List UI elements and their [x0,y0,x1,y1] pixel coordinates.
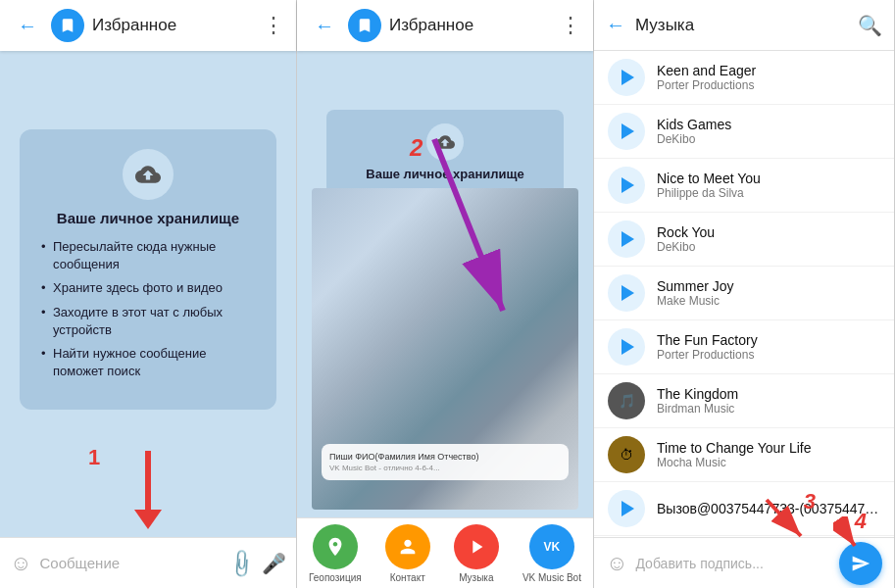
mic-button-1[interactable]: 🎤 [262,552,286,575]
music-item[interactable]: ⏱ Time to Change Your Life Mocha Music [594,428,894,482]
arrow-head-1 [134,510,162,529]
music-info: Summer Joy Make Music [657,278,880,308]
panel-favorites-2: ← Избранное ⋮ Ваше личное хранилище Пиши… [297,0,594,588]
music-thumbnail: 🎵 [608,382,645,419]
music-item[interactable]: Rock You DeKibo [594,213,894,267]
music-artist: Make Music [657,294,880,308]
play-button[interactable] [608,328,645,366]
storage-bullet-1: Пересылайте сюда нужные сообщения [39,238,257,273]
music-info: Nice to Meet You Philippe da Silva [657,171,880,200]
music-item[interactable]: Summer Joy Make Music [594,267,894,320]
bookmark-icon-1 [59,17,76,34]
music-item[interactable]: The Fun Factory Porter Productions [594,320,894,374]
geo-circle [313,524,358,569]
arrow-3 [762,495,820,544]
back-button-3[interactable]: ← [606,14,625,36]
play-button[interactable] [608,167,645,204]
play-icon [622,501,634,516]
action-geoposition[interactable]: Геопозиция [309,524,362,583]
more-options-1[interactable]: ⋮ [263,13,284,38]
play-button[interactable] [608,274,645,312]
music-name: Time to Change Your Life [657,440,880,456]
cloud-upload-icon [135,162,161,187]
back-button-2[interactable]: ← [309,10,340,41]
storage-bullet-4: Найти нужное сообщение поможет поиск [39,345,257,380]
search-button[interactable]: 🔍 [858,14,882,37]
music-topbar: ← Музыка 🔍 [594,0,894,51]
music-info: Kids Games DeKibo [657,117,880,146]
vkbot-label: VK Music Bot [522,572,581,583]
arrow-down-1 [134,451,162,529]
send-icon [851,554,870,573]
music-info: Keen and Eager Porter Productions [657,63,880,92]
music-artist: Porter Productions [657,348,880,362]
play-icon [622,285,634,301]
play-button[interactable] [608,59,645,96]
music-info: The Kingdom Birdman Music [657,386,880,416]
topbar-title-2: Избранное [389,16,560,35]
avatar-1 [51,9,84,42]
play-button[interactable] [608,490,645,527]
emoji-button-3[interactable]: ☺ [606,551,627,576]
avatar-2 [348,9,381,42]
play-button[interactable] [608,113,645,150]
attach-button-1[interactable]: 📎 [224,546,259,580]
thumb-icon: 🎵 [619,393,635,409]
action-bar: Геопозиция Контакт Музыка [297,517,593,588]
thumb-icon: ⏱ [620,447,633,463]
music-item[interactable]: 🎵 The Kingdom Birdman Music [594,374,894,428]
storage-title-1: Ваше личное хранилище [57,210,239,226]
emoji-button-1[interactable]: ☺ [10,551,31,576]
music-name: Keen and Eager [657,63,880,78]
storage-bullet-2: Храните здесь фото и видео [39,279,257,297]
bubble-caption: VK Music Bot - отлично 4-6-4... [329,464,561,472]
bookmark-icon-2 [356,17,373,34]
music-artist: Philippe da Silva [657,186,880,200]
play-icon [622,123,634,139]
music-info: Rock You DeKibo [657,224,880,254]
geo-icon [324,536,346,558]
storage-card-1: Ваше личное хранилище Пересылайте сюда н… [20,129,276,410]
bubble-text: Пиши ФИО(Фамилия Имя Отчество) [329,452,561,462]
play-icon [622,231,634,247]
geo-label: Геопозиция [309,572,362,583]
music-info: Time to Change Your Life Mocha Music [657,440,880,469]
music-artist: DeKibo [657,132,880,146]
purple-arrow [415,129,532,325]
music-item[interactable]: Nice to Meet You Philippe da Silva [594,159,894,213]
svg-line-3 [767,500,801,536]
topbar-2: ← Избранное ⋮ [297,0,593,51]
play-button[interactable] [608,220,645,258]
action-contact[interactable]: Контакт [385,524,430,583]
contact-icon [397,536,419,558]
step-label-1: 1 [88,445,100,470]
music-name: Summer Joy [657,278,880,294]
back-arrow-icon-2: ← [315,15,334,37]
topbar-1: ← Избранное ⋮ [0,0,296,51]
music-name: Nice to Meet You [657,171,880,186]
music-label: Музыка [459,572,493,583]
play-icon [622,70,634,85]
music-bottom-bar: ☺ Добавить подпись... 3 4 [594,537,894,588]
action-music[interactable]: Музыка [454,524,499,583]
back-arrow-icon-1: ← [18,15,37,37]
action-vkbot[interactable]: VK VK Music Bot [522,524,581,583]
panel-favorites-1: ← Избранное ⋮ Ваше личное хранилище Пере… [0,0,297,588]
dialog-bubble: Пиши ФИО(Фамилия Имя Отчество) VK Music … [322,444,569,480]
music-item[interactable]: Kids Games DeKibo [594,105,894,159]
music-name: Rock You [657,224,880,240]
panel2-content: Ваше личное хранилище Пиши ФИО(Фамилия И… [297,51,593,588]
add-caption-placeholder[interactable]: Добавить подпись... [635,556,839,571]
vkbot-circle: VK [529,524,574,569]
contact-label: Контакт [390,572,425,583]
music-artist: DeKibo [657,240,880,254]
music-icon [466,536,487,558]
music-item[interactable]: Keen and Eager Porter Productions [594,51,894,105]
back-button-1[interactable]: ← [12,10,43,41]
more-options-2[interactable]: ⋮ [560,13,581,38]
music-artist: Birdman Music [657,402,880,416]
music-title: Музыка [635,16,858,35]
chat-placeholder-1[interactable]: Сообщение [39,555,222,571]
music-thumbnail: ⏱ [608,436,645,473]
svg-line-5 [838,521,855,546]
